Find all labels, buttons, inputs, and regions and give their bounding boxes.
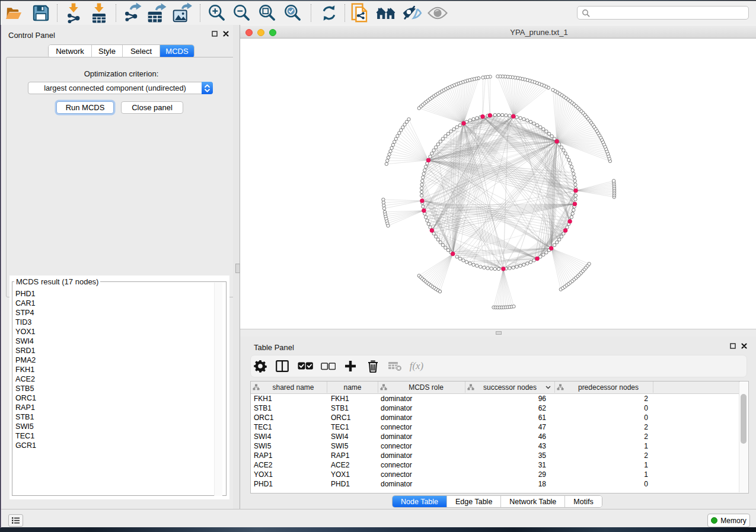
close-icon[interactable]: [741, 343, 747, 349]
mcds-result-panel: PHD1CAR1STP4TID3YOX1SWI4SRD1PMA2FKH1ACE2…: [9, 275, 229, 499]
search-input[interactable]: [593, 7, 748, 19]
export-table-button[interactable]: [147, 4, 166, 23]
main-toolbar: [1, 1, 756, 25]
mcds-node-item[interactable]: STP4: [15, 308, 219, 318]
export-image-button[interactable]: [173, 4, 192, 23]
function-builder-button: f(x): [409, 357, 426, 375]
float-icon[interactable]: [212, 31, 218, 37]
table-row-RAP1[interactable]: RAP1RAP1dominator352: [251, 451, 740, 460]
table-row-PHD1[interactable]: PHD1PHD1dominator180: [251, 479, 740, 489]
table-row-YOX1[interactable]: YOX1YOX1connector291: [251, 470, 740, 479]
mcds-node-item[interactable]: FKH1: [15, 365, 219, 374]
tab-mcds[interactable]: MCDS: [160, 45, 194, 57]
horizontal-splitter-grip[interactable]: [496, 331, 502, 335]
mcds-node-item[interactable]: GCR1: [15, 441, 219, 450]
mcds-node-item[interactable]: CAR1: [15, 299, 219, 308]
float-icon[interactable]: [730, 343, 736, 349]
cell: 0: [251, 404, 648, 412]
tab-network[interactable]: Network: [49, 45, 92, 57]
tab-select[interactable]: Select: [123, 45, 160, 57]
close-panel-button[interactable]: Close panel: [121, 101, 183, 114]
mcds-node-item[interactable]: SRD1: [15, 346, 219, 355]
cell: 0: [251, 480, 648, 488]
column-header-successor-nodes[interactable]: successor nodes: [465, 382, 555, 393]
zoom-selected-button[interactable]: [283, 4, 302, 23]
table-row-SWI5[interactable]: SWI5SWI5connector431: [251, 441, 740, 451]
mcds-node-item[interactable]: RAP1: [15, 403, 219, 412]
screen: Control Panel NetworkStyleSelectMCDS Opt…: [0, 0, 756, 532]
table-row-STB1[interactable]: STB1STB1dominator620: [251, 403, 740, 413]
select-all-columns-button[interactable]: [296, 357, 314, 375]
tab-motifs[interactable]: Motifs: [565, 496, 601, 507]
mcds-node-item[interactable]: TEC1: [15, 431, 219, 441]
column-header-shared-name[interactable]: shared name: [251, 382, 327, 393]
open-session-button[interactable]: [5, 4, 24, 23]
mcds-node-item[interactable]: PHD1: [15, 289, 219, 299]
column-settings-button[interactable]: [251, 357, 269, 375]
import-network-icon: [65, 2, 82, 23]
mcds-node-item[interactable]: SWI4: [15, 336, 219, 346]
column-header-name[interactable]: name: [327, 382, 378, 393]
zoom-out-button[interactable]: [232, 4, 251, 23]
sort-desc-icon: [546, 386, 551, 389]
tab-node-table[interactable]: Node Table: [393, 496, 447, 507]
refresh-button[interactable]: [320, 4, 339, 23]
fx-icon: f(x): [409, 360, 426, 373]
run-mcds-button[interactable]: Run MCDS: [56, 101, 114, 114]
import-table-button[interactable]: [90, 4, 109, 23]
table-row-ACE2[interactable]: ACE2ACE2connector311: [251, 460, 740, 470]
hide-selected-button[interactable]: [403, 4, 422, 23]
export-image-icon: [173, 2, 192, 23]
memory-button[interactable]: Memory: [707, 514, 750, 527]
save-session-button[interactable]: [31, 4, 50, 23]
toolbar-separator: [200, 4, 200, 22]
table-scrollbar-thumb[interactable]: [741, 394, 747, 444]
tab-edge-table[interactable]: Edge Table: [447, 496, 501, 507]
export-table-icon: [147, 2, 167, 23]
zoom-in-button[interactable]: [207, 4, 226, 23]
table-delete-icon: [388, 361, 402, 371]
column-header-predecessor-nodes[interactable]: predecessor nodes: [555, 382, 653, 393]
ui-settings-button[interactable]: [8, 514, 23, 527]
delete-column-button[interactable]: [364, 357, 382, 375]
mcds-list-scrollbar[interactable]: [214, 283, 222, 496]
houses-icon: [375, 4, 396, 23]
table-scrollbar[interactable]: [739, 382, 748, 492]
new-network-from-selection-button[interactable]: [350, 4, 369, 23]
show-columns-button[interactable]: [273, 357, 291, 375]
table-row-FKH1[interactable]: FKH1FKH1dominator962: [251, 394, 740, 403]
mcds-node-item[interactable]: ORC1: [15, 393, 219, 403]
network-canvas[interactable]: [240, 39, 756, 329]
tab-style[interactable]: Style: [92, 45, 123, 57]
cell: 1: [251, 442, 648, 450]
panel-splitter-grip[interactable]: [235, 264, 240, 273]
column-header-MCDS-role[interactable]: MCDS role: [378, 382, 465, 393]
table-row-TEC1[interactable]: TEC1TEC1connector472: [251, 422, 740, 432]
columns-icon: [276, 360, 289, 372]
mcds-result-list[interactable]: PHD1CAR1STP4TID3YOX1SWI4SRD1PMA2FKH1ACE2…: [15, 289, 219, 450]
table-row-SWI4[interactable]: SWI4SWI4dominator462: [251, 432, 740, 441]
tab-network-table[interactable]: Network Table: [501, 496, 565, 507]
export-network-button[interactable]: [122, 4, 141, 23]
toolbar-separator: [57, 4, 58, 22]
create-column-button[interactable]: [342, 357, 359, 375]
mcds-node-item[interactable]: PMA2: [15, 355, 219, 365]
table-panel-title: Table Panel: [254, 342, 294, 352]
mcds-node-item[interactable]: TID3: [15, 318, 219, 327]
mcds-node-item[interactable]: STB5: [15, 384, 219, 393]
search-box[interactable]: [577, 6, 749, 20]
mcds-node-item[interactable]: YOX1: [15, 327, 219, 336]
mcds-node-item[interactable]: STB1: [15, 412, 219, 422]
cell: 2: [251, 451, 648, 460]
mcds-node-item[interactable]: ACE2: [15, 374, 219, 384]
first-neighbors-button[interactable]: [377, 4, 395, 23]
close-icon[interactable]: [223, 31, 229, 37]
zoom-fit-button[interactable]: [257, 4, 276, 23]
optimization-criterion-select[interactable]: largest connected component (undirected): [28, 82, 213, 94]
table-row-ORC1[interactable]: ORC1ORC1dominator610: [251, 413, 740, 422]
show-all-button[interactable]: [428, 4, 447, 23]
network-window-titlebar[interactable]: YPA_prune.txt_1: [240, 25, 756, 39]
unselect-all-columns-button[interactable]: [319, 357, 337, 375]
mcds-node-item[interactable]: SWI5: [15, 422, 219, 431]
import-network-button[interactable]: [64, 4, 83, 23]
